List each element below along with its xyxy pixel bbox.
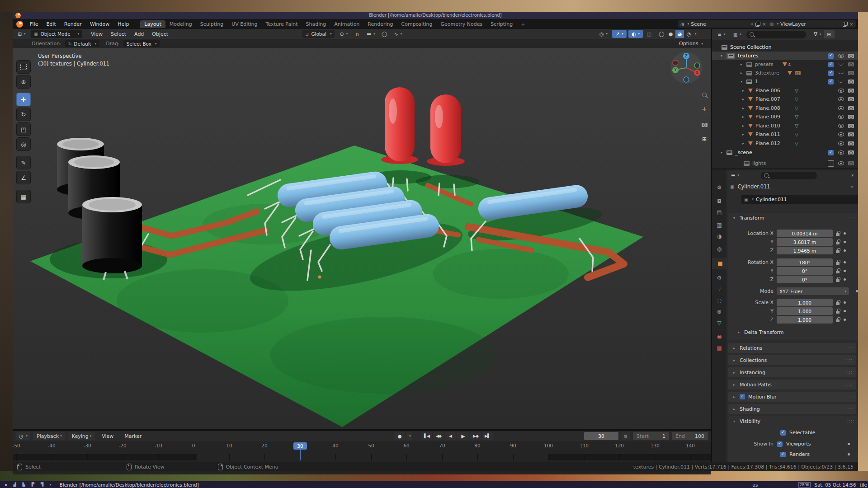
row-label[interactable]: Plane.009 xyxy=(755,114,780,120)
tab-constraints[interactable]: ⊛ xyxy=(712,306,726,317)
prev-keyframe-button[interactable]: ◀◆ xyxy=(433,432,444,440)
panel-grip-icon[interactable]: :::: xyxy=(845,346,853,350)
expand-arrow-icon[interactable]: ▸ xyxy=(741,141,745,145)
render-camera-toggle[interactable] xyxy=(847,78,854,85)
viewports-checkbox[interactable] xyxy=(777,441,783,447)
tab-particles[interactable]: ∵ xyxy=(712,284,726,295)
options-dropdown[interactable]: Options ▾ xyxy=(679,41,703,47)
taskbar-clock[interactable]: Sat, 05 Oct 14:56 xyxy=(814,482,856,488)
render-camera-toggle[interactable] xyxy=(847,52,854,60)
view-layer-selector[interactable]: ▥▾ ViewLayer × xyxy=(767,20,856,28)
tab-view-layer[interactable]: ▥ xyxy=(712,220,726,230)
outliner-row-plane011[interactable]: ▸Plane.011▽ xyxy=(712,130,858,139)
workspace-tab-texture-paint[interactable]: Texture Paint xyxy=(262,20,302,28)
panel-grip-icon[interactable]: :::: xyxy=(847,419,854,423)
rotation-mode-dropdown[interactable]: XYZ Euler▾ xyxy=(777,287,849,295)
lock-icon[interactable] xyxy=(836,233,840,236)
auto-keyframe-dropdown[interactable]: ▾ xyxy=(406,432,412,440)
play-button[interactable]: ▶ xyxy=(457,432,469,440)
workspace-tab-sculpting[interactable]: Sculpting xyxy=(196,20,227,28)
motion-blur-panel-header[interactable]: ▸Motion Blur:::: xyxy=(728,392,856,402)
instancing-panel-header[interactable]: ▸Instancing:::: xyxy=(728,367,856,377)
motion-paths-panel-header[interactable]: ▸Motion Paths:::: xyxy=(728,380,856,389)
delta-transform-panel-header[interactable]: ▸Delta Transform xyxy=(736,329,784,335)
expand-arrow-icon[interactable]: ▸ xyxy=(741,89,745,93)
taskbar-chevron-icon[interactable]: ▾ xyxy=(50,483,52,487)
properties-editor-type-button[interactable]: ☰▾ xyxy=(728,171,742,179)
workspace-tab-geometry-nodes[interactable]: Geometry Nodes xyxy=(436,20,486,28)
preview-range-button[interactable]: ◷ xyxy=(621,432,630,440)
hide-eye-toggle[interactable] xyxy=(837,87,844,94)
outliner-row-plane012[interactable]: ▸Plane.012▽ xyxy=(712,139,858,148)
tab-scene[interactable]: ◑ xyxy=(712,231,726,242)
outliner-row-lights[interactable]: lights xyxy=(712,159,858,168)
row-label[interactable]: Scene Collection xyxy=(730,44,771,50)
row-label[interactable]: Plane.008 xyxy=(755,105,780,111)
playback-menu[interactable]: Playback▾ xyxy=(33,432,66,440)
blender-logo-icon[interactable] xyxy=(16,21,23,28)
tab-object[interactable]: ■ xyxy=(712,258,727,269)
tab-material[interactable]: ◉ xyxy=(712,331,726,342)
selectable-checkbox[interactable] xyxy=(780,430,786,436)
tool-cursor[interactable]: ⊕ xyxy=(16,75,31,89)
panel-grip-icon[interactable]: :::: xyxy=(845,382,853,387)
hide-eye-toggle[interactable] xyxy=(837,113,844,121)
render-camera-toggle[interactable] xyxy=(847,61,854,68)
expand-arrow-icon[interactable]: ▸ xyxy=(741,97,745,101)
outliner-row-plane009[interactable]: ▸Plane.009▽ xyxy=(712,113,858,121)
viewport-menu-select[interactable]: Select xyxy=(107,31,130,37)
render-camera-toggle[interactable] xyxy=(847,160,854,167)
taskbar-layout-icon[interactable]: ▪ xyxy=(5,483,7,487)
hide-eye-toggle[interactable] xyxy=(837,140,844,147)
tab-render[interactable]: ◘ xyxy=(712,196,726,206)
outliner-editor-type-button[interactable]: ≡▾ xyxy=(715,30,728,38)
relations-panel-header[interactable]: ▸Relations:::: xyxy=(728,343,856,353)
rotation-x-field[interactable]: 180° xyxy=(777,258,833,266)
render-camera-toggle[interactable] xyxy=(847,122,854,130)
exclude-checkbox[interactable] xyxy=(827,61,835,68)
row-label[interactable]: Plane.011 xyxy=(755,131,780,137)
render-camera-toggle[interactable] xyxy=(847,96,854,103)
render-camera-toggle[interactable] xyxy=(847,140,854,147)
row-label[interactable]: presets xyxy=(755,61,774,67)
animate-dot[interactable] xyxy=(844,270,846,272)
animate-dot[interactable] xyxy=(856,290,858,292)
row-label[interactable]: _scene xyxy=(735,150,752,155)
exclude-checkbox[interactable] xyxy=(827,160,835,167)
panel-grip-icon[interactable]: :::: xyxy=(847,216,854,220)
row-label[interactable]: lights xyxy=(752,160,766,166)
collections-panel-header[interactable]: ▸Collections:::: xyxy=(728,355,856,365)
animate-dot[interactable] xyxy=(844,319,846,321)
end-frame-field[interactable]: End100 xyxy=(672,432,708,440)
expand-arrow-icon[interactable]: ▸ xyxy=(741,115,745,119)
scale-x-field[interactable]: 1.000 xyxy=(777,299,833,306)
render-camera-toggle[interactable] xyxy=(847,113,854,121)
expand-arrow-icon[interactable]: ▾ xyxy=(739,80,744,84)
viewport-menu-view[interactable]: View xyxy=(87,31,107,37)
panel-grip-icon[interactable]: :::: xyxy=(845,370,853,375)
viewport-camera-button[interactable] xyxy=(699,119,710,130)
playhead-line[interactable] xyxy=(300,449,301,460)
object-name-field[interactable]: ▣▾ Cylinder.011 xyxy=(741,195,858,204)
location-y-field[interactable]: 3.6817 m xyxy=(777,238,833,246)
hide-eye-toggle[interactable] xyxy=(837,105,844,112)
animate-dot[interactable] xyxy=(844,261,846,263)
play-reverse-button[interactable]: ◀ xyxy=(445,432,456,440)
exclude-checkbox[interactable] xyxy=(827,78,835,85)
animate-dot[interactable] xyxy=(848,443,850,445)
tool-add-cube[interactable]: ▦ xyxy=(16,190,31,203)
taskbar-workspace-icon[interactable]: ▙ xyxy=(23,483,25,487)
overlays-toggle[interactable]: ◐▾ xyxy=(628,30,643,38)
lock-icon[interactable] xyxy=(836,242,840,244)
tab-output[interactable]: ▤ xyxy=(712,207,726,218)
close-icon[interactable]: × xyxy=(762,21,766,27)
render-camera-toggle[interactable] xyxy=(847,131,854,138)
lock-icon[interactable] xyxy=(836,271,840,273)
orientation-default-dropdown[interactable]: ↻ Default ▾ xyxy=(65,40,99,47)
taskbar-workspace-icon[interactable]: ▜ xyxy=(41,483,43,487)
workspace-tab-uv-editing[interactable]: UV Editing xyxy=(227,20,261,28)
tab-modifiers[interactable]: ⚙ xyxy=(712,272,726,283)
animate-dot[interactable] xyxy=(848,453,850,455)
xray-toggle[interactable]: ◫ xyxy=(645,30,654,38)
shading-solid-button[interactable]: ● xyxy=(666,30,675,38)
